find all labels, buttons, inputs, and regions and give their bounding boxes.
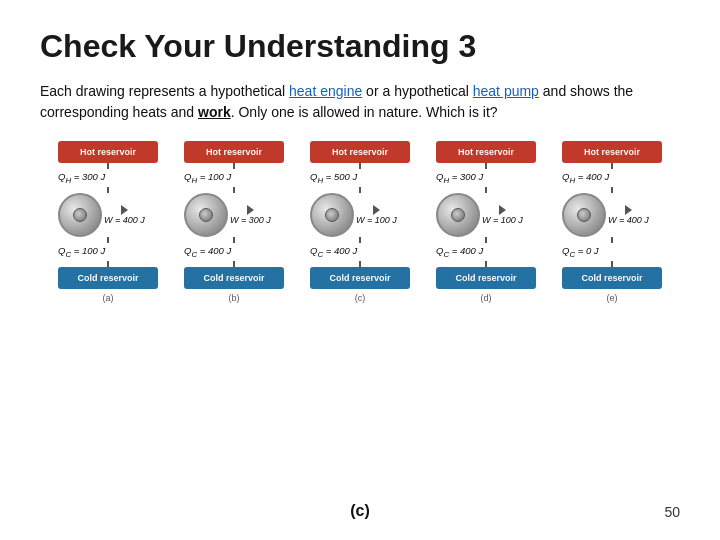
work-c: W = 100 J xyxy=(356,205,397,225)
engine-row-a: W = 400 J xyxy=(58,193,158,237)
work-link[interactable]: work xyxy=(198,104,231,120)
qc-d: QC = 400 J xyxy=(436,245,536,259)
cold-reservoir-e: Cold reservoir xyxy=(562,267,662,289)
engine-disk-c xyxy=(310,193,354,237)
work-label-e: W = 400 J xyxy=(608,215,649,225)
diagram-d-content: Hot reservoir QH = 300 J W = 100 J QC = … xyxy=(427,141,545,289)
line-c4 xyxy=(359,261,361,267)
diagram-c-label: (c) xyxy=(355,293,366,303)
diagram-a: Hot reservoir QH = 300 J W = 400 J QC = … xyxy=(49,141,167,303)
qc-b: QC = 400 J xyxy=(184,245,284,259)
line-b1 xyxy=(233,163,235,169)
line-a3 xyxy=(107,237,109,243)
engine-disk-a xyxy=(58,193,102,237)
line-a1 xyxy=(107,163,109,169)
line-d4 xyxy=(485,261,487,267)
heat-pump-link[interactable]: heat pump xyxy=(473,83,539,99)
arrow-work-d xyxy=(499,205,506,215)
qc-c: QC = 400 J xyxy=(310,245,410,259)
diagram-c: Hot reservoir QH = 500 J W = 100 J QC = … xyxy=(301,141,419,303)
engine-row-d: W = 100 J xyxy=(436,193,536,237)
line-c3 xyxy=(359,237,361,243)
work-a: W = 400 J xyxy=(104,205,145,225)
diagram-b-content: Hot reservoir QH = 100 J W = 300 J QC = … xyxy=(175,141,293,289)
diagram-a-label: (a) xyxy=(103,293,114,303)
heat-engine-link[interactable]: heat engine xyxy=(289,83,362,99)
cold-reservoir-d: Cold reservoir xyxy=(436,267,536,289)
engine-disk-e xyxy=(562,193,606,237)
line-b4 xyxy=(233,261,235,267)
cold-reservoir-c: Cold reservoir xyxy=(310,267,410,289)
line-d1 xyxy=(485,163,487,169)
page-number: 50 xyxy=(664,504,680,520)
diagram-e: Hot reservoir QH = 400 J W = 400 J QC = … xyxy=(553,141,671,303)
line-d3 xyxy=(485,237,487,243)
line-b3 xyxy=(233,237,235,243)
cold-reservoir-b: Cold reservoir xyxy=(184,267,284,289)
diagram-c-content: Hot reservoir QH = 500 J W = 100 J QC = … xyxy=(301,141,419,289)
cold-reservoir-a: Cold reservoir xyxy=(58,267,158,289)
arrow-work-c xyxy=(373,205,380,215)
arrow-work-e xyxy=(625,205,632,215)
diagram-b: Hot reservoir QH = 100 J W = 300 J QC = … xyxy=(175,141,293,303)
line-a4 xyxy=(107,261,109,267)
qh-d: QH = 300 J xyxy=(436,171,536,185)
line-e1 xyxy=(611,163,613,169)
work-label-b: W = 300 J xyxy=(230,215,271,225)
bottom-row: (c) xyxy=(40,498,680,520)
diagram-b-label: (b) xyxy=(229,293,240,303)
description-text: Each drawing represents a hypothetical h… xyxy=(40,81,680,123)
work-e: W = 400 J xyxy=(608,205,649,225)
qc-a: QC = 100 J xyxy=(58,245,158,259)
hot-reservoir-b: Hot reservoir xyxy=(184,141,284,163)
engine-disk-d xyxy=(436,193,480,237)
line-c1 xyxy=(359,163,361,169)
line-e3 xyxy=(611,237,613,243)
qc-e: QC = 0 J xyxy=(562,245,662,259)
work-label-a: W = 400 J xyxy=(104,215,145,225)
work-label-d: W = 100 J xyxy=(482,215,523,225)
engine-row-c: W = 100 J xyxy=(310,193,410,237)
diagram-a-content: Hot reservoir QH = 300 J W = 400 J QC = … xyxy=(49,141,167,289)
work-d: W = 100 J xyxy=(482,205,523,225)
diagram-e-label: (e) xyxy=(607,293,618,303)
qh-a: QH = 300 J xyxy=(58,171,158,185)
diagram-e-content: Hot reservoir QH = 400 J W = 400 J QC = … xyxy=(553,141,671,289)
diagrams-row: Hot reservoir QH = 300 J W = 400 J QC = … xyxy=(40,141,680,490)
qh-c: QH = 500 J xyxy=(310,171,410,185)
answer-label: (c) xyxy=(40,502,680,520)
work-label-c: W = 100 J xyxy=(356,215,397,225)
page-title: Check Your Understanding 3 xyxy=(40,28,680,65)
qh-b: QH = 100 J xyxy=(184,171,284,185)
hot-reservoir-c: Hot reservoir xyxy=(310,141,410,163)
hot-reservoir-e: Hot reservoir xyxy=(562,141,662,163)
line-e4 xyxy=(611,261,613,267)
engine-disk-b xyxy=(184,193,228,237)
engine-row-b: W = 300 J xyxy=(184,193,284,237)
diagram-d: Hot reservoir QH = 300 J W = 100 J QC = … xyxy=(427,141,545,303)
arrow-work-a xyxy=(121,205,128,215)
work-b: W = 300 J xyxy=(230,205,271,225)
diagram-d-label: (d) xyxy=(481,293,492,303)
qh-e: QH = 400 J xyxy=(562,171,662,185)
arrow-work-b xyxy=(247,205,254,215)
page: Check Your Understanding 3 Each drawing … xyxy=(0,0,720,540)
hot-reservoir-a: Hot reservoir xyxy=(58,141,158,163)
engine-row-e: W = 400 J xyxy=(562,193,662,237)
hot-reservoir-d: Hot reservoir xyxy=(436,141,536,163)
